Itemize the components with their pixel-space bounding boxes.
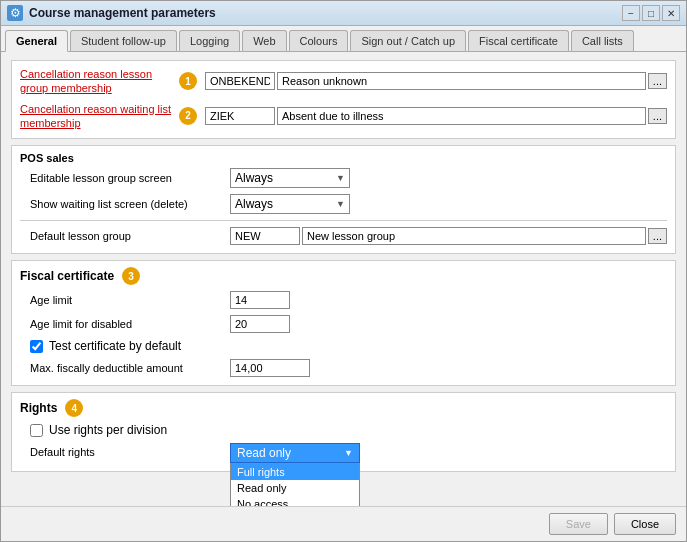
editable-lesson-label: Editable lesson group screen — [30, 171, 230, 185]
cancellation-lesson-row: Cancellation reason lesson group members… — [20, 67, 667, 96]
tab-colours[interactable]: Colours — [289, 30, 349, 51]
badge-2: 2 — [179, 107, 197, 125]
title-buttons: − □ ✕ — [622, 5, 680, 21]
dropdown-option-no-access[interactable]: No access — [231, 496, 359, 506]
fiscal-title-text: Fiscal certificate — [20, 269, 114, 283]
footer: Save Close — [1, 506, 686, 541]
use-rights-label: Use rights per division — [49, 423, 167, 437]
cancellation-lesson-code[interactable] — [205, 72, 275, 90]
tab-general[interactable]: General — [5, 30, 68, 52]
test-cert-label: Test certificate by default — [49, 339, 181, 353]
default-rights-label: Default rights — [30, 443, 230, 459]
age-disabled-input[interactable] — [230, 315, 290, 333]
use-rights-checkbox[interactable] — [30, 424, 43, 437]
rights-title: Rights 4 — [20, 399, 667, 417]
fiscal-section: Fiscal certificate 3 Age limit Age limit… — [11, 260, 676, 386]
show-waiting-row: Show waiting list screen (delete) Always… — [20, 194, 667, 214]
restore-button[interactable]: □ — [642, 5, 660, 21]
tab-sign-out[interactable]: Sign out / Catch up — [350, 30, 466, 51]
save-button[interactable]: Save — [549, 513, 608, 535]
pos-section-title: POS sales — [20, 152, 667, 164]
pos-section: POS sales Editable lesson group screen A… — [11, 145, 676, 254]
cancellation-lesson-browse[interactable]: ... — [648, 73, 667, 89]
cancellation-section: Cancellation reason lesson group members… — [11, 60, 676, 139]
cancellation-waiting-label[interactable]: Cancellation reason waiting list members… — [20, 102, 175, 131]
window-title: Course management parameters — [29, 6, 216, 20]
badge-3: 3 — [122, 267, 140, 285]
test-cert-row: Test certificate by default — [20, 339, 667, 353]
age-disabled-label: Age limit for disabled — [30, 317, 230, 331]
cancellation-waiting-text[interactable] — [277, 107, 646, 125]
badge-1: 1 — [179, 72, 197, 90]
default-rights-selected[interactable]: Read only ▼ — [230, 443, 360, 463]
minimize-button[interactable]: − — [622, 5, 640, 21]
main-window: ⚙ Course management parameters − □ ✕ Gen… — [0, 0, 687, 542]
fiscal-title: Fiscal certificate 3 — [20, 267, 667, 285]
default-rights-list: Full rights Read only No access — [230, 463, 360, 506]
window-icon: ⚙ — [7, 5, 23, 21]
editable-lesson-dropdown[interactable]: Always ▼ — [230, 168, 350, 188]
use-rights-row: Use rights per division — [20, 423, 667, 437]
cancellation-lesson-label[interactable]: Cancellation reason lesson group members… — [20, 67, 175, 96]
show-waiting-dropdown[interactable]: Always ▼ — [230, 194, 350, 214]
tab-logging[interactable]: Logging — [179, 30, 240, 51]
editable-lesson-arrow: ▼ — [336, 173, 345, 183]
max-deduct-label: Max. fiscally deductible amount — [30, 361, 230, 375]
max-deduct-input[interactable] — [230, 359, 310, 377]
default-lesson-row: Default lesson group ... — [20, 227, 667, 245]
default-lesson-code[interactable] — [230, 227, 300, 245]
title-bar: ⚙ Course management parameters − □ ✕ — [1, 1, 686, 26]
rights-section: Rights 4 Use rights per division Default… — [11, 392, 676, 472]
badge-4: 4 — [65, 399, 83, 417]
editable-lesson-row: Editable lesson group screen Always ▼ — [20, 168, 667, 188]
tab-web[interactable]: Web — [242, 30, 286, 51]
default-rights-select-wrapper: Read only ▼ Full rights Read only No acc… — [230, 443, 360, 463]
close-button[interactable]: Close — [614, 513, 676, 535]
content-area: Cancellation reason lesson group members… — [1, 52, 686, 506]
max-deduct-row: Max. fiscally deductible amount — [20, 359, 667, 377]
cancellation-waiting-code[interactable] — [205, 107, 275, 125]
tab-bar: General Student follow-up Logging Web Co… — [1, 26, 686, 52]
age-limit-label: Age limit — [30, 293, 230, 307]
default-lesson-text[interactable] — [302, 227, 646, 245]
age-disabled-row: Age limit for disabled — [20, 315, 667, 333]
dropdown-option-full-rights[interactable]: Full rights — [231, 464, 359, 480]
show-waiting-label: Show waiting list screen (delete) — [30, 197, 230, 211]
show-waiting-value: Always — [235, 197, 273, 211]
test-cert-checkbox[interactable] — [30, 340, 43, 353]
rights-title-text: Rights — [20, 401, 57, 415]
cancellation-waiting-browse[interactable]: ... — [648, 108, 667, 124]
age-limit-input[interactable] — [230, 291, 290, 309]
cancellation-lesson-text[interactable] — [277, 72, 646, 90]
dropdown-arrow-icon: ▼ — [344, 448, 353, 458]
tab-call-lists[interactable]: Call lists — [571, 30, 634, 51]
cancellation-waiting-row: Cancellation reason waiting list members… — [20, 102, 667, 131]
age-limit-row: Age limit — [20, 291, 667, 309]
dropdown-option-read-only[interactable]: Read only — [231, 480, 359, 496]
tab-student-followup[interactable]: Student follow-up — [70, 30, 177, 51]
tab-fiscal[interactable]: Fiscal certificate — [468, 30, 569, 51]
show-waiting-arrow: ▼ — [336, 199, 345, 209]
default-lesson-label: Default lesson group — [30, 229, 230, 243]
title-bar-left: ⚙ Course management parameters — [7, 5, 216, 21]
default-lesson-browse[interactable]: ... — [648, 228, 667, 244]
editable-lesson-value: Always — [235, 171, 273, 185]
default-rights-value: Read only — [237, 446, 291, 460]
close-window-button[interactable]: ✕ — [662, 5, 680, 21]
default-rights-row: Default rights Read only ▼ Full rights R… — [20, 443, 667, 463]
